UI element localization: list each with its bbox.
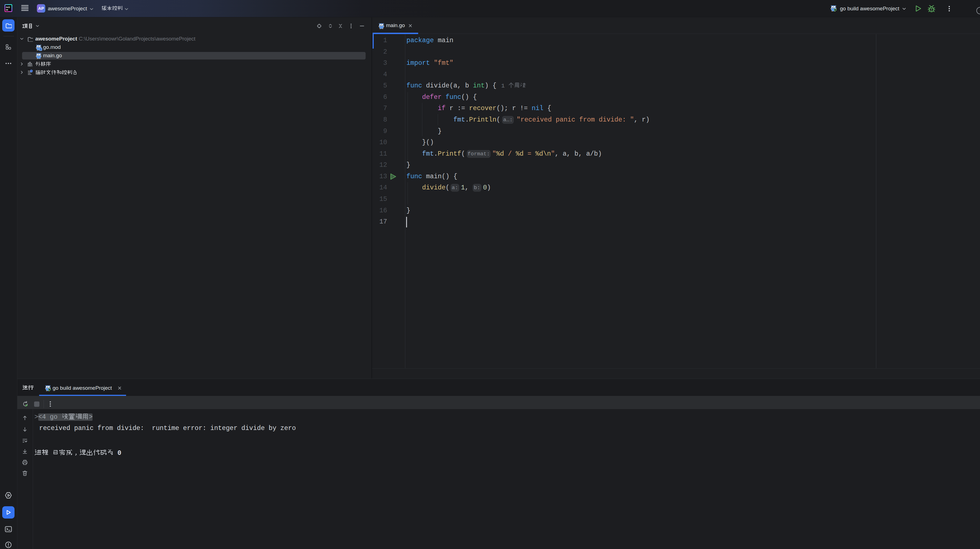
svg-text:GO: GO: [6, 6, 10, 9]
